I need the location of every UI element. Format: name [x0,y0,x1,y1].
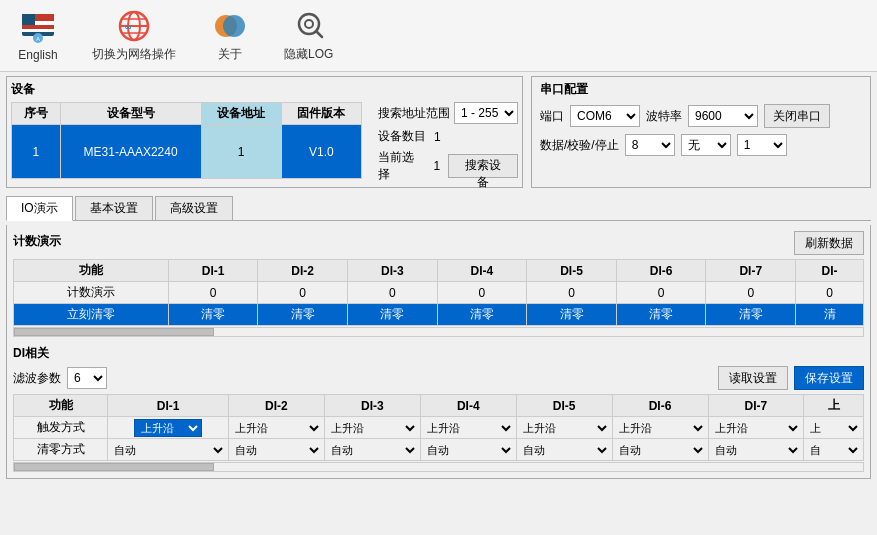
trigger-di7-select[interactable]: 上升沿下降沿双边沿 [711,421,802,435]
trigger-di4-cell[interactable]: 上升沿下降沿双边沿 [420,417,516,439]
trigger-di5-select[interactable]: 上升沿下降沿双边沿 [519,421,610,435]
english-label: English [18,48,57,62]
clear-di4-cell[interactable]: 自动手动 [420,439,516,461]
trigger-di8-select[interactable]: 上 [806,421,861,435]
trigger-row: 触发方式 上升沿下降沿双边沿 上升沿下降沿双边沿 [14,417,864,439]
col-header-addr: 设备地址 [201,103,281,125]
clear-di7-select[interactable]: 自动手动 [711,443,802,457]
search-range-select[interactable]: 1 - 255 1 - 127 1 - 63 [454,102,518,124]
clear-di6[interactable]: 清零 [616,304,706,326]
di-col-func: 功能 [14,395,108,417]
device-model: ME31-AAAX2240 [60,125,201,179]
counter-col-di6: DI-6 [616,260,706,282]
di-col-di5: DI-5 [516,395,612,417]
counter-hscrollbar[interactable] [13,327,864,337]
trigger-di4-select[interactable]: 上升沿下降沿双边沿 [423,421,514,435]
clear-di1[interactable]: 清零 [168,304,258,326]
search-devices-button[interactable]: 搜索设备 [448,154,518,178]
trigger-di6-cell[interactable]: 上升沿下降沿双边沿 [612,417,708,439]
tab-advanced[interactable]: 高级设置 [155,196,233,220]
close-port-button[interactable]: 关闭串口 [764,104,830,128]
about-button[interactable]: 关于 [200,4,260,67]
clear-di2[interactable]: 清零 [258,304,348,326]
counter-row-display: 计数演示 0 0 0 0 0 0 0 0 [14,282,864,304]
save-settings-button[interactable]: 保存设置 [794,366,864,390]
search-range-row: 搜索地址范围 1 - 255 1 - 127 1 - 63 [378,102,518,124]
di-left-controls: 滤波参数 62481012 [13,367,107,389]
english-icon: A [20,10,56,46]
clear-di5-cell[interactable]: 自动手动 [516,439,612,461]
counter-hscroll-thumb[interactable] [14,328,214,336]
trigger-di1-cell[interactable]: 上升沿下降沿双边沿 [108,417,229,439]
clear-di8-select[interactable]: 自 [806,443,861,457]
network-icon: ∞ [116,8,152,44]
parity-select[interactable]: 无奇偶 [681,134,731,156]
di-col-di7: DI-7 [708,395,804,417]
counter-func-label: 计数演示 [14,282,169,304]
di-col-di8: 上 [804,395,864,417]
current-label: 当前选择 [378,149,426,183]
di-col-di4: DI-4 [420,395,516,417]
network-button[interactable]: ∞ 切换为网络操作 [84,4,184,67]
trigger-di2-select[interactable]: 上升沿下降沿双边沿 [231,421,322,435]
io-section: 计数演示 刷新数据 功能 DI-1 DI-2 DI-3 DI-4 DI-5 DI… [6,225,871,479]
serial-panel: 串口配置 端口 COM6COM1COM2COM3 波特率 96004800192… [531,76,871,188]
tab-basic[interactable]: 基本设置 [75,196,153,220]
svg-rect-4 [22,29,54,32]
clear-di7[interactable]: 清零 [706,304,796,326]
trigger-di3-select[interactable]: 上升沿下降沿双边沿 [327,421,418,435]
refresh-button[interactable]: 刷新数据 [794,231,864,255]
clear-di6-cell[interactable]: 自动手动 [612,439,708,461]
port-select[interactable]: COM6COM1COM2COM3 [570,105,640,127]
trigger-di8-cell[interactable]: 上 [804,417,864,439]
clear-di5-select[interactable]: 自动手动 [519,443,610,457]
clear-di3[interactable]: 清零 [348,304,438,326]
tab-io[interactable]: IO演示 [6,196,73,221]
counter-scroll[interactable]: 功能 DI-1 DI-2 DI-3 DI-4 DI-5 DI-6 DI-7 DI… [13,259,864,326]
device-seq: 1 [12,125,61,179]
baud-select[interactable]: 9600480019200115200 [688,105,758,127]
trigger-di1-select[interactable]: 上升沿下降沿双边沿 [134,419,202,437]
current-select-row: 当前选择 1 [378,149,440,183]
device-table: 序号 设备型号 设备地址 固件版本 1 ME31-AAAX2240 1 V1.0 [11,102,362,179]
clear-di8[interactable]: 清 [796,304,864,326]
english-button[interactable]: A English [8,6,68,66]
trigger-di7-cell[interactable]: 上升沿下降沿双边沿 [708,417,804,439]
counter-row-clear[interactable]: 立刻清零 清零 清零 清零 清零 清零 清零 清零 清 [14,304,864,326]
data-label: 数据/校验/停止 [540,137,619,154]
clear-di3-select[interactable]: 自动手动 [327,443,418,457]
clear-di3-cell[interactable]: 自动手动 [324,439,420,461]
clear-di1-select[interactable]: 自动手动 [110,443,226,457]
di-hscroll-thumb[interactable] [14,463,214,471]
clear-di2-select[interactable]: 自动手动 [231,443,322,457]
di-hscrollbar[interactable] [13,462,864,472]
data-bits-select[interactable]: 87 [625,134,675,156]
device-panel: 设备 序号 设备型号 设备地址 固件版本 1 ME31- [6,76,523,188]
clear-di6-select[interactable]: 自动手动 [615,443,706,457]
svg-point-15 [223,15,245,37]
hidelog-button[interactable]: 隐藏LOG [276,4,341,67]
trigger-di3-cell[interactable]: 上升沿下降沿双边沿 [324,417,420,439]
trigger-di2-cell[interactable]: 上升沿下降沿双边沿 [228,417,324,439]
clear-di2-cell[interactable]: 自动手动 [228,439,324,461]
stop-bits-select[interactable]: 12 [737,134,787,156]
clear-di1-cell[interactable]: 自动手动 [108,439,229,461]
device-row[interactable]: 1 ME31-AAAX2240 1 V1.0 [12,125,362,179]
read-settings-button[interactable]: 读取设置 [718,366,788,390]
di-scroll[interactable]: 功能 DI-1 DI-2 DI-3 DI-4 DI-5 DI-6 DI-7 上 [13,394,864,461]
baud-label: 波特率 [646,108,682,125]
clear-di4-select[interactable]: 自动手动 [423,443,514,457]
svg-text:A: A [36,36,40,42]
clear-di5[interactable]: 清零 [527,304,617,326]
filter-select[interactable]: 62481012 [67,367,107,389]
clear-di4[interactable]: 清零 [437,304,527,326]
trigger-di6-select[interactable]: 上升沿下降沿双边沿 [615,421,706,435]
toolbar: A English ∞ 切换为网络操作 关于 隐藏LOG [0,0,877,72]
clear-di7-cell[interactable]: 自动手动 [708,439,804,461]
trigger-di5-cell[interactable]: 上升沿下降沿双边沿 [516,417,612,439]
di-header: 滤波参数 62481012 读取设置 保存设置 [13,366,864,390]
counter-col-di2: DI-2 [258,260,348,282]
clear-di8-cell[interactable]: 自 [804,439,864,461]
filter-label: 滤波参数 [13,370,61,387]
serial-port-row: 端口 COM6COM1COM2COM3 波特率 9600480019200115… [540,104,862,128]
